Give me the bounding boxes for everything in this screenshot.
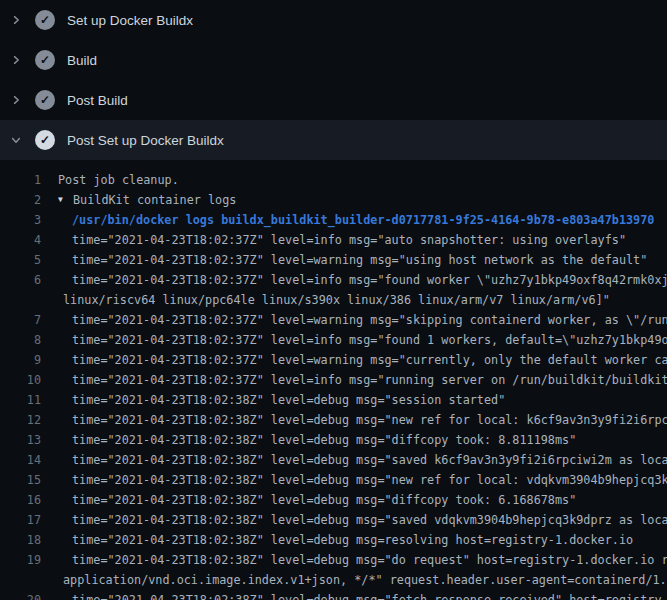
log-row: 8 time="2021-04-23T18:02:37Z" level=info… bbox=[0, 330, 667, 350]
log-row: 15 time="2021-04-23T18:02:38Z" level=deb… bbox=[0, 470, 667, 490]
log-text: application/vnd.oci.image.index.v1+json,… bbox=[63, 570, 667, 590]
log-row: 7 time="2021-04-23T18:02:37Z" level=warn… bbox=[0, 310, 667, 330]
log-row: 13 time="2021-04-23T18:02:38Z" level=deb… bbox=[0, 430, 667, 450]
chevron-right-icon bbox=[9, 93, 23, 107]
line-number[interactable]: 14 bbox=[0, 450, 41, 470]
log-row: 6 time="2021-04-23T18:02:37Z" level=info… bbox=[0, 270, 667, 290]
line-number[interactable]: 11 bbox=[0, 390, 41, 410]
line-number[interactable]: 2 bbox=[0, 190, 41, 210]
log-row: application/vnd.oci.image.index.v1+json,… bbox=[0, 570, 667, 590]
step-row[interactable]: ✓ Post Set up Docker Buildx bbox=[0, 120, 667, 160]
line-number[interactable]: 4 bbox=[0, 230, 41, 250]
check-icon: ✓ bbox=[35, 130, 55, 150]
log-text: time="2021-04-23T18:02:38Z" level=debug … bbox=[72, 590, 667, 600]
line-number[interactable]: 16 bbox=[0, 490, 41, 510]
log-text: time="2021-04-23T18:02:37Z" level=warnin… bbox=[72, 250, 647, 270]
log-text: Post job cleanup. bbox=[58, 170, 179, 190]
line-number[interactable]: 15 bbox=[0, 470, 41, 490]
line-number[interactable]: 18 bbox=[0, 530, 41, 550]
log-row: 4 time="2021-04-23T18:02:37Z" level=info… bbox=[0, 230, 667, 250]
step-label: Post Build bbox=[67, 93, 128, 108]
chevron-right-icon bbox=[9, 13, 23, 27]
line-number[interactable]: 12 bbox=[0, 410, 41, 430]
log-text: time="2021-04-23T18:02:38Z" level=debug … bbox=[72, 470, 667, 490]
step-row[interactable]: ✓ Set up Docker Buildx bbox=[0, 0, 667, 40]
log-row: 17 time="2021-04-23T18:02:38Z" level=deb… bbox=[0, 510, 667, 530]
log-row: 14 time="2021-04-23T18:02:38Z" level=deb… bbox=[0, 450, 667, 470]
line-number[interactable]: 7 bbox=[0, 310, 41, 330]
log-text: time="2021-04-23T18:02:38Z" level=debug … bbox=[72, 450, 667, 470]
log-row: 9 time="2021-04-23T18:02:37Z" level=warn… bbox=[0, 350, 667, 370]
chevron-down-icon bbox=[9, 133, 23, 147]
log-viewer: 1 Post job cleanup. 2 ▼ BuildKit contain… bbox=[0, 160, 667, 600]
log-row: 20 time="2021-04-23T18:02:38Z" level=deb… bbox=[0, 590, 667, 600]
log-text: time="2021-04-23T18:02:38Z" level=debug … bbox=[72, 530, 633, 550]
log-text: time="2021-04-23T18:02:38Z" level=debug … bbox=[72, 550, 667, 570]
step-label: Build bbox=[67, 53, 97, 68]
log-text: time="2021-04-23T18:02:38Z" level=debug … bbox=[72, 490, 576, 510]
log-row: 3 /usr/bin/docker logs buildx_buildkit_b… bbox=[0, 210, 667, 230]
log-text: time="2021-04-23T18:02:37Z" level=info m… bbox=[72, 370, 667, 390]
step-row[interactable]: ✓ Build bbox=[0, 40, 667, 80]
log-text: time="2021-04-23T18:02:38Z" level=debug … bbox=[72, 430, 576, 450]
step-row[interactable]: ✓ Post Build bbox=[0, 80, 667, 120]
line-number[interactable]: 6 bbox=[0, 270, 41, 290]
line-number[interactable]: 3 bbox=[0, 210, 41, 230]
line-number[interactable]: 10 bbox=[0, 370, 41, 390]
line-number[interactable]: 9 bbox=[0, 350, 41, 370]
log-text: time="2021-04-23T18:02:38Z" level=debug … bbox=[72, 410, 667, 430]
check-icon: ✓ bbox=[35, 10, 55, 30]
check-icon: ✓ bbox=[35, 90, 55, 110]
log-row: 5 time="2021-04-23T18:02:37Z" level=warn… bbox=[0, 250, 667, 270]
log-row: 18 time="2021-04-23T18:02:38Z" level=deb… bbox=[0, 530, 667, 550]
line-number[interactable] bbox=[0, 290, 41, 310]
log-row: 12 time="2021-04-23T18:02:38Z" level=deb… bbox=[0, 410, 667, 430]
chevron-right-icon bbox=[9, 53, 23, 67]
step-label: Set up Docker Buildx bbox=[67, 13, 193, 28]
log-row: linux/riscv64 linux/ppc64le linux/s390x … bbox=[0, 290, 667, 310]
line-number[interactable] bbox=[0, 570, 41, 590]
line-number[interactable]: 13 bbox=[0, 430, 41, 450]
log-text: /usr/bin/docker logs buildx_buildkit_bui… bbox=[72, 210, 654, 230]
line-number[interactable]: 17 bbox=[0, 510, 41, 530]
actions-log-panel: ✓ Set up Docker Buildx ✓ Build ✓ Post Bu… bbox=[0, 0, 667, 600]
check-icon: ✓ bbox=[35, 50, 55, 70]
log-text: time="2021-04-23T18:02:37Z" level=warnin… bbox=[72, 310, 667, 330]
line-number[interactable]: 8 bbox=[0, 330, 41, 350]
line-number[interactable]: 5 bbox=[0, 250, 41, 270]
line-number[interactable]: 1 bbox=[0, 170, 41, 190]
log-row: 10 time="2021-04-23T18:02:37Z" level=inf… bbox=[0, 370, 667, 390]
step-label: Post Set up Docker Buildx bbox=[67, 133, 224, 148]
line-number[interactable]: 20 bbox=[0, 590, 41, 600]
log-text: time="2021-04-23T18:02:37Z" level=info m… bbox=[72, 270, 667, 290]
steps-list: ✓ Set up Docker Buildx ✓ Build ✓ Post Bu… bbox=[0, 0, 667, 160]
log-row: 2 ▼ BuildKit container logs bbox=[0, 190, 667, 210]
log-text: time="2021-04-23T18:02:37Z" level=info m… bbox=[72, 330, 667, 350]
log-text: BuildKit container logs bbox=[73, 190, 236, 210]
log-text: linux/riscv64 linux/ppc64le linux/s390x … bbox=[63, 290, 610, 310]
log-row: 19 time="2021-04-23T18:02:38Z" level=deb… bbox=[0, 550, 667, 570]
log-text: time="2021-04-23T18:02:37Z" level=warnin… bbox=[72, 350, 667, 370]
log-row: 1 Post job cleanup. bbox=[0, 170, 667, 190]
triangle-down-icon[interactable]: ▼ bbox=[58, 190, 73, 210]
log-text: time="2021-04-23T18:02:38Z" level=debug … bbox=[72, 390, 505, 410]
log-text: time="2021-04-23T18:02:37Z" level=info m… bbox=[72, 230, 626, 250]
log-row: 11 time="2021-04-23T18:02:38Z" level=deb… bbox=[0, 390, 667, 410]
log-text: time="2021-04-23T18:02:38Z" level=debug … bbox=[72, 510, 667, 530]
line-number[interactable]: 19 bbox=[0, 550, 41, 570]
log-row: 16 time="2021-04-23T18:02:38Z" level=deb… bbox=[0, 490, 667, 510]
